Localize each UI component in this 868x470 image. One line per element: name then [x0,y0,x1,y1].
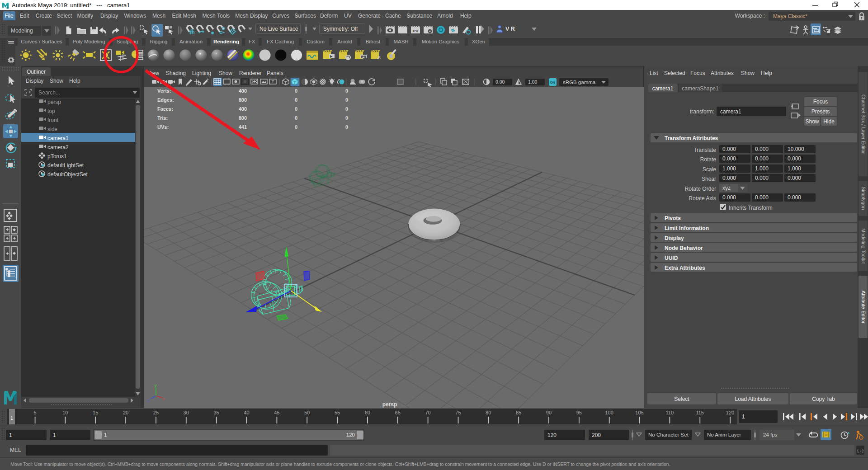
svg-text:70: 70 [425,410,430,415]
svg-text:55: 55 [335,410,340,415]
svg-text:105: 105 [635,410,643,415]
svg-text:1.00: 1.00 [528,79,538,85]
svg-text:persp: persp [382,401,397,408]
svg-text:10: 10 [62,410,68,415]
svg-text:sRGB gamma: sRGB gamma [563,80,596,85]
svg-text:IPR: IPR [361,55,366,58]
svg-text:IPR: IPR [413,29,418,33]
svg-text:35: 35 [213,410,219,415]
svg-text:45: 45 [274,410,279,415]
svg-text:85: 85 [516,410,521,415]
svg-text:90: 90 [546,410,552,415]
svg-text:40: 40 [244,410,249,415]
svg-text:y: y [155,383,157,388]
svg-text:75: 75 [455,410,461,415]
svg-text:60: 60 [365,410,370,415]
svg-text:120: 120 [726,410,734,415]
svg-text:15: 15 [93,410,98,415]
svg-text:x: x [163,396,165,401]
svg-text:S: S [378,56,381,60]
svg-text:{;}: {;} [857,449,864,453]
svg-text:1: 1 [10,415,13,421]
svg-text:115: 115 [696,410,704,415]
svg-text:T: T [272,80,274,84]
svg-text:95: 95 [576,410,582,415]
svg-text:50: 50 [304,410,310,415]
svg-text:0.00: 0.00 [495,79,505,85]
svg-text:ON: ON [550,81,555,84]
svg-text:100: 100 [605,410,613,415]
svg-text:z: z [147,398,150,403]
svg-text:110: 110 [666,410,674,415]
svg-text:65: 65 [395,410,401,415]
svg-text:25: 25 [153,410,159,415]
svg-text:30: 30 [184,410,189,415]
svg-text:80: 80 [486,410,491,415]
svg-text:5: 5 [33,410,36,415]
svg-text:20: 20 [123,410,128,415]
